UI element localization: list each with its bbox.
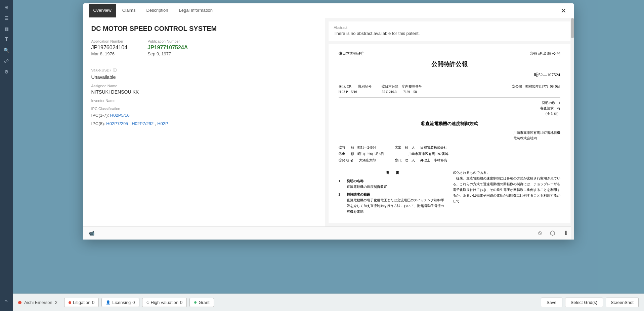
high-valuation-tag[interactable]: ◇ High valuation 0 (142, 298, 187, 307)
value-value: Unavailable (91, 74, 317, 80)
ipc-label: IPC Classification (91, 107, 317, 111)
abstract-text: There is no abstract available for this … (334, 31, 565, 36)
tab-claims[interactable]: Claims (118, 4, 140, 17)
doc-item-1: 1 発明の名称 直流電動機の速度制御装置 (339, 178, 446, 190)
value-field: Value(USD) ⓘ Unavailable (91, 67, 317, 80)
external-link-icon[interactable]: ⎋ (538, 229, 542, 237)
licensing-icon: 👤 (106, 300, 111, 305)
assignee-name: Aichi Emerson (24, 300, 52, 305)
ipc1-label: IPC(1-7): (91, 113, 109, 118)
ipc8-row: IPC(8): H02P7/295 , H02P7/292 , H02P (91, 120, 317, 127)
grant-tag[interactable]: ⊕ Grant (189, 298, 214, 307)
scrollbar-track[interactable] (571, 18, 574, 226)
doc-meta-right: ⑤公開 昭和52年(1977）9月9日 (432, 84, 560, 95)
select-grids-button[interactable]: Select Grid(s) (565, 298, 603, 307)
value-label: Value(USD) ⓘ (91, 67, 317, 73)
litigation-label: Litigation (73, 300, 90, 305)
ipc8-label: IPC(8): (91, 121, 105, 126)
doc-table-row-1: ⑤特願 昭51—24104 ⑦出 願 人日機電装株式会社 (339, 145, 560, 150)
doc-item-2: 2 特許請求の範囲 直流電動機の電子化磁電圧または交流電圧のスイッチング制御手段… (339, 192, 446, 214)
licensing-tag[interactable]: 👤 Licensing 0 (101, 298, 139, 307)
assignee-indicator: Aichi Emerson 2 (18, 300, 57, 305)
doc-table-row-3: ⑨発 明 者大湊広太郎 ⑩代 理 人弁理士 小林将高 (339, 158, 560, 163)
abstract-section: Abstract There is no abstract available … (329, 21, 570, 41)
doc-col-right: 式化されるものである。 従来、直流電動機の速度制御には各種の方式が比較され実用さ… (453, 170, 560, 216)
tab-legal-information[interactable]: Legal Information (174, 4, 217, 17)
inventor-label: Inventor Name (91, 99, 317, 103)
publication-number-value[interactable]: JP1977107524A (147, 45, 188, 51)
bottom-right-buttons: Save Select Grid(s) ScreenShot (541, 298, 639, 307)
litigation-dot (69, 301, 71, 304)
grant-label: Grant (199, 300, 210, 305)
more-icon[interactable]: » (1, 296, 11, 306)
application-number-value: JP1976024104 (91, 45, 128, 51)
settings-icon[interactable]: ⚙ (1, 67, 11, 76)
modal-footer: 📹 ⎋ ⬡ ⬇ (83, 226, 574, 240)
doc-header: ⑲日本国特許庁 ⑪特 許 出 願 公 開 (339, 51, 560, 57)
high-valuation-icon: ◇ (146, 300, 149, 305)
layers-icon[interactable]: ☍ (1, 56, 11, 66)
grant-icon: ⊕ (194, 300, 197, 305)
inventor-field: Inventor Name (91, 99, 317, 103)
doc-info: 発明の数 1 審査請求 有 （全 3 頁） (339, 100, 560, 116)
text-icon[interactable]: T (1, 35, 11, 44)
close-button[interactable]: ✕ (559, 6, 568, 15)
litigation-count: 0 (92, 300, 94, 305)
box-icon[interactable]: ⬡ (550, 229, 555, 237)
bottom-bar: Aichi Emerson 2 Litigation 0 👤 Licensing… (13, 294, 644, 311)
ipc8-link-2[interactable]: H02P7/292 (132, 121, 154, 126)
licensing-label: Licensing (112, 300, 131, 305)
footer-left: 📹 (89, 230, 94, 236)
modal-header: Overview Claims Description Legal Inform… (83, 3, 574, 18)
patent-title: DC MOTOR SPEED CONTROL SYSTEM (91, 25, 317, 33)
publication-number-label: Publication Number (147, 39, 188, 43)
grid-icon[interactable]: ⊞ (1, 3, 11, 12)
ipc-field: IPC Classification IPC(1-7): H02P5/16 IP… (91, 107, 317, 127)
left-pane: DC MOTOR SPEED CONTROL SYSTEM Applicatio… (83, 18, 325, 226)
assignee-field: Assignee Name NITSUKI DENSOU KK (91, 84, 317, 95)
tab-overview[interactable]: Overview (89, 4, 116, 17)
doc-number: 昭52—107524 (339, 71, 560, 79)
assignee-count: 2 (55, 300, 57, 305)
application-number-field: Application Number JP1976024104 Mar 8, 1… (91, 39, 128, 56)
modal-body: DC MOTOR SPEED CONTROL SYSTEM Applicatio… (83, 18, 574, 226)
fields-row-numbers: Application Number JP1976024104 Mar 8, 1… (91, 39, 317, 56)
doc-header-left: ⑲日本国特許庁 (339, 51, 364, 57)
patent-document: ⑲日本国特許庁 ⑪特 許 出 願 公 開 公開特許公報 昭52—107524 ⑥… (329, 44, 570, 223)
right-pane: Abstract There is no abstract available … (325, 18, 574, 226)
application-date: Mar 8, 1976 (91, 51, 128, 56)
assignee-dot (18, 301, 22, 304)
doc-table-row-2: ⑧出願 昭51(1976) 3月8日 川崎市高津区有馬1997番地 (339, 151, 560, 157)
assignee-label: Assignee Name (91, 84, 317, 88)
publication-number-field: Publication Number JP1977107524A Sep 9, … (147, 39, 188, 56)
doc-meta-mid: ⑥日本分類 庁内整理番号 55 C 210.3 7189—58 (382, 84, 422, 95)
litigation-tag[interactable]: Litigation 0 (64, 298, 99, 307)
doc-address: 川崎市高津区有馬1997番地日機 電装株式会社内 (513, 130, 560, 141)
doc-meta: ⑥Int. CP. 識別記号 H 02 P 5/16 ⑥日本分類 庁内整理番号 … (339, 84, 560, 98)
save-button[interactable]: Save (541, 298, 562, 307)
doc-address-block: 川崎市高津区有馬1997番地日機 電装株式会社内 (339, 130, 560, 141)
doc-header-right: ⑪特 許 出 願 公 開 (530, 51, 560, 57)
video-icon: 📹 (89, 230, 94, 236)
high-valuation-label: High valuation (151, 300, 178, 305)
sidebar: ⊞ ☰ ▦ T 🔍 ☍ ⚙ » (0, 0, 13, 311)
footer-icons: ⎋ ⬡ ⬇ (538, 229, 568, 237)
doc-body-columns: 明 書 1 発明の名称 直流電動機の速度制御装置 2 (339, 170, 560, 216)
scrollbar-thumb[interactable] (571, 18, 574, 38)
download-icon[interactable]: ⬇ (563, 229, 568, 237)
doc-table: ⑤特願 昭51—24104 ⑦出 願 人日機電装株式会社 ⑧出願 昭51(197… (339, 145, 560, 163)
search-icon[interactable]: 🔍 (1, 46, 11, 55)
screenshot-button[interactable]: ScreenShot (606, 298, 639, 307)
application-number-label: Application Number (91, 39, 128, 43)
list-icon[interactable]: ☰ (1, 13, 11, 23)
info-icon[interactable]: ⓘ (113, 68, 117, 72)
abstract-label: Abstract (334, 25, 565, 30)
tab-description[interactable]: Description (141, 4, 173, 17)
chart-icon[interactable]: ▦ (1, 24, 11, 34)
high-valuation-count: 0 (180, 300, 182, 305)
doc-meta-left: ⑥Int. CP. 識別記号 H 02 P 5/16 (339, 84, 372, 95)
ipc1-link[interactable]: H02P5/16 (110, 113, 130, 118)
modal: Overview Claims Description Legal Inform… (83, 3, 574, 240)
ipc8-link-1[interactable]: H02P7/295 (106, 121, 128, 126)
ipc8-link-3[interactable]: H02P (157, 121, 168, 126)
